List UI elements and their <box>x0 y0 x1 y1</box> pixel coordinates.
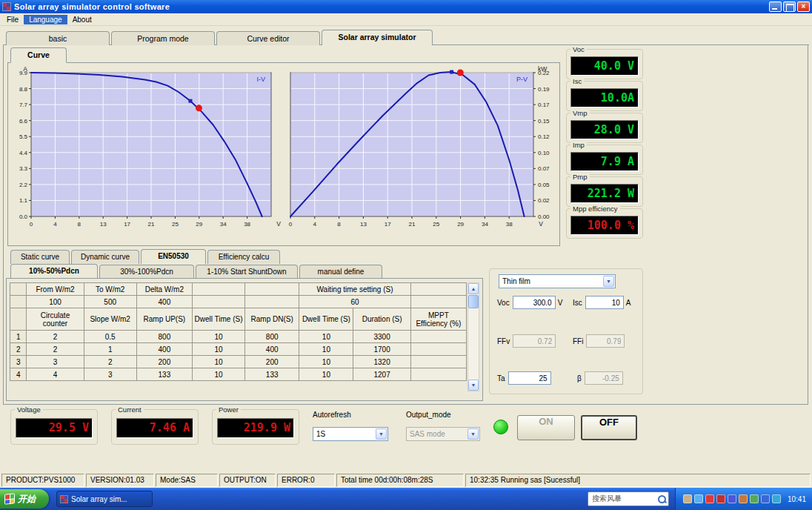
pv-model-select[interactable]: Thin film ▼ <box>499 274 616 288</box>
ffv-field: FFv <box>497 334 556 348</box>
scroll-up-icon[interactable]: ▲ <box>468 283 479 294</box>
power-meter: Power 219.9 W <box>212 409 299 445</box>
table-cell: 2 <box>27 343 84 356</box>
tab-manual-define[interactable]: manual define <box>299 265 382 279</box>
operating-point <box>196 105 202 111</box>
model-params-box: Thin film ▼ VocV IscA FFv FFi Ta β <box>489 268 643 394</box>
voltage-meter: Voltage 29.5 V <box>10 409 98 445</box>
scroll-track[interactable] <box>468 294 479 380</box>
table-cell: To W/m2 <box>84 283 136 296</box>
output-mode-select: SAS mode ▼ <box>406 427 480 441</box>
readout-pmp: Pmp221.2 W <box>566 176 643 207</box>
ffi-input <box>586 334 625 348</box>
tab-30-100-pdcn[interactable]: 30%-100%Pdcn <box>99 265 194 279</box>
voltage-value: 29.5 V <box>16 418 93 438</box>
tray-icon-3[interactable] <box>705 494 714 503</box>
isc-input[interactable] <box>585 296 624 309</box>
menu-language[interactable]: Language <box>24 15 67 24</box>
search-icon[interactable] <box>657 494 667 504</box>
search-text: 搜索风暴 <box>592 494 657 504</box>
waiting-time-value: 60 <box>299 296 410 308</box>
svg-text:0.00: 0.00 <box>538 213 550 220</box>
tray-icon-2[interactable] <box>694 494 703 503</box>
maximize-button[interactable] <box>783 1 796 12</box>
start-button[interactable]: 开始 <box>0 489 49 509</box>
column-header: Circulate counter <box>27 308 84 331</box>
column-header: Dwell Time (S) <box>192 308 244 331</box>
tray-icon-8[interactable] <box>761 494 770 503</box>
svg-text:29: 29 <box>196 221 202 228</box>
tray-icon-4[interactable] <box>716 494 725 503</box>
status-bar: PRODUCT:PVS1000VERSION:01.03Mode:SASOUTP… <box>0 473 812 488</box>
status-segment-6: Total time 00d:00h:08m:28S <box>336 474 464 487</box>
readout-vmp: Vmp28.0 V <box>566 113 643 143</box>
current-label: Current <box>116 405 144 414</box>
svg-text:8: 8 <box>337 221 341 228</box>
tray-icon-5[interactable] <box>728 494 736 503</box>
table-cell: 10 <box>192 343 244 356</box>
output-mode-value: SAS mode <box>410 430 445 438</box>
pv-model-value: Thin film <box>502 277 530 285</box>
table-scrollbar[interactable]: ▲ ▼ <box>467 282 479 391</box>
off-button[interactable]: OFF <box>581 415 637 440</box>
chevron-down-icon[interactable]: ▼ <box>376 428 387 440</box>
iv-chart: 04813172125293438V9.98.87.76.65.54.43.32… <box>10 65 283 233</box>
readout-value: 100.0 % <box>570 216 639 235</box>
tab-10-50-pdcn[interactable]: 10%-50%Pdcn <box>10 264 98 279</box>
power-label: Power <box>216 405 241 414</box>
taskbar-item-label: Solar array sim... <box>71 495 127 503</box>
taskbar-search-input[interactable]: 搜索风暴 <box>588 491 669 506</box>
menu-about[interactable]: About <box>67 15 97 24</box>
autorefresh-select[interactable]: 1S ▼ <box>313 427 388 441</box>
output-status-indicator <box>493 420 508 434</box>
tray-icon-6[interactable] <box>739 494 748 503</box>
svg-text:0.02: 0.02 <box>538 197 550 204</box>
svg-text:0.07: 0.07 <box>538 165 550 172</box>
tray-icon-1[interactable] <box>683 494 692 503</box>
svg-text:8: 8 <box>78 221 81 228</box>
svg-text:kW: kW <box>538 65 547 73</box>
ta-input[interactable] <box>508 371 551 385</box>
tab-static-curve[interactable]: Static curve <box>10 250 70 264</box>
tab-start-shutdown[interactable]: 1-10% Start ShuntDown <box>196 265 298 279</box>
table-cell: 800 <box>245 331 299 343</box>
svg-text:4: 4 <box>313 221 317 228</box>
scroll-thumb[interactable] <box>468 295 479 308</box>
tab-program-mode[interactable]: Program mode <box>111 31 215 45</box>
table-cell: 200 <box>136 356 192 368</box>
svg-text:5.5: 5.5 <box>19 133 28 140</box>
ta-field: Ta <box>497 371 551 385</box>
table-cell <box>10 283 27 296</box>
readout-mpp-efficiency: Mpp efficiency100.0 % <box>566 208 643 239</box>
voc-input[interactable] <box>513 296 556 309</box>
table-cell <box>245 283 299 296</box>
menu-file[interactable]: File <box>1 15 24 24</box>
scroll-down-icon[interactable]: ▼ <box>468 380 479 391</box>
tab-dynamic-curve[interactable]: Dynamic curve <box>71 250 139 264</box>
table-cell: 200 <box>245 356 299 368</box>
current-meter: Current 7.46 A <box>111 409 199 445</box>
table-cell <box>410 283 466 296</box>
svg-text:7.7: 7.7 <box>19 102 28 108</box>
system-tray: 10:41 <box>675 488 812 510</box>
tray-icon-9[interactable] <box>772 494 781 503</box>
tab-efficiency-calcu[interactable]: Efficiency calcu <box>207 250 280 264</box>
taskbar-item-solar-array[interactable]: Solar array sim... <box>56 491 153 507</box>
tab-en50530[interactable]: EN50530 <box>141 249 206 264</box>
minimize-button[interactable] <box>769 1 782 12</box>
chevron-down-icon[interactable]: ▼ <box>603 276 614 287</box>
tab-curve[interactable]: Curve <box>10 47 67 63</box>
ffi-field: FFi <box>573 334 625 348</box>
on-button[interactable]: ON <box>517 415 575 440</box>
svg-text:I-V: I-V <box>256 76 265 83</box>
ta-label: Ta <box>497 374 505 382</box>
svg-text:13: 13 <box>100 221 107 228</box>
tab-solar-array-simulator[interactable]: Solar array simulator <box>322 30 433 45</box>
titlebar: Solar array simulator control software × <box>0 0 812 13</box>
tray-icon-7[interactable] <box>750 494 759 503</box>
tab-basic[interactable]: basic <box>6 31 110 45</box>
svg-text:25: 25 <box>433 221 439 228</box>
tab-curve-editor[interactable]: Curve editor <box>216 31 320 45</box>
close-button[interactable]: × <box>797 1 810 12</box>
table-cell: 100 <box>27 296 84 308</box>
